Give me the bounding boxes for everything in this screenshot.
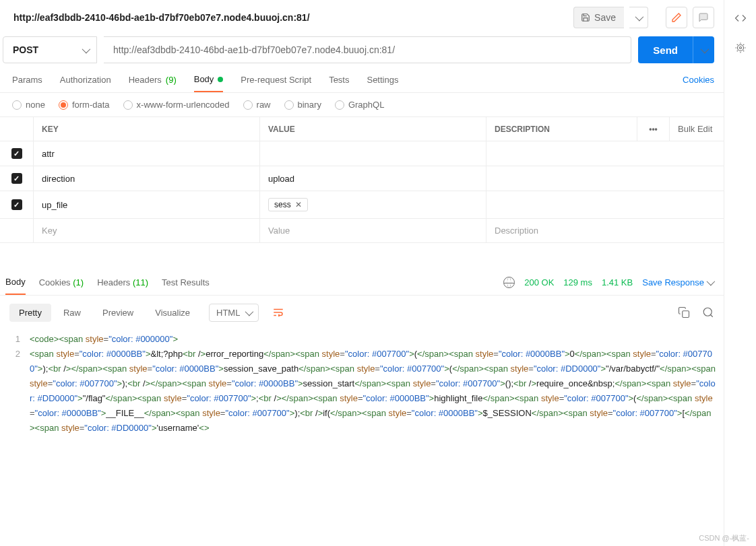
edit-button[interactable] (666, 7, 687, 28)
tab-body[interactable]: Body (194, 74, 224, 92)
resp-tab-body[interactable]: Body (5, 277, 26, 295)
response-body-code[interactable]: 1<code><span style="color: #000000">2<sp… (0, 329, 724, 438)
table-row: direction upload (0, 166, 724, 191)
row-checkbox[interactable] (11, 199, 22, 210)
tab-authorization[interactable]: Authorization (60, 75, 111, 92)
cell-desc[interactable] (486, 166, 724, 191)
table-row-new[interactable]: Key Value Description (0, 219, 724, 243)
cell-desc[interactable] (486, 141, 724, 166)
status-time: 129 ms (563, 277, 592, 287)
svg-rect-0 (683, 311, 689, 318)
cell-desc-ph[interactable]: Description (486, 219, 724, 242)
cookies-link[interactable]: Cookies (683, 75, 714, 92)
lang-select[interactable]: HTML (209, 304, 259, 322)
view-raw[interactable]: Raw (54, 304, 90, 322)
send-options-chevron[interactable] (693, 36, 714, 63)
cell-desc[interactable] (486, 191, 724, 218)
svg-line-2 (710, 314, 712, 316)
bulk-edit-link[interactable]: Bulk Edit (670, 117, 724, 141)
cell-value[interactable] (260, 141, 486, 166)
resp-tab-tests[interactable]: Test Results (162, 277, 210, 294)
tab-tests[interactable]: Tests (329, 75, 349, 92)
col-description: DESCRIPTION (486, 117, 637, 141)
row-checkbox[interactable] (11, 173, 22, 184)
search-icon[interactable] (702, 306, 714, 318)
svg-point-3 (737, 45, 743, 51)
svg-point-4 (739, 47, 741, 49)
resp-tab-cookies[interactable]: Cookies (1) (39, 277, 84, 294)
view-visualize[interactable]: Visualize (146, 304, 199, 322)
copy-icon[interactable] (678, 306, 690, 318)
tab-settings[interactable]: Settings (367, 75, 398, 92)
tab-headers[interactable]: Headers (9) (129, 75, 177, 92)
request-title: http://eaf3dbdb-2410-46bd-ae1b-d7bf70eb0… (13, 12, 568, 23)
form-data-grid: KEY VALUE DESCRIPTION ••• Bulk Edit attr… (0, 116, 724, 243)
status-size: 1.41 KB (602, 277, 633, 287)
save-response-link[interactable]: Save Response (642, 277, 713, 287)
col-value: VALUE (260, 117, 486, 141)
file-chip-label: sess (274, 200, 291, 209)
watermark: CSDN @-枫蓝- (699, 533, 749, 543)
bodytype-formdata[interactable]: form-data (59, 100, 110, 110)
cell-value-ph[interactable]: Value (260, 219, 486, 242)
row-checkbox[interactable] (11, 148, 22, 159)
col-options[interactable]: ••• (637, 117, 670, 141)
bodytype-raw[interactable]: raw (243, 100, 271, 110)
bodytype-binary[interactable]: binary (284, 100, 321, 110)
method-select[interactable]: POST (3, 36, 97, 63)
cell-key[interactable]: attr (34, 141, 260, 166)
cell-value[interactable]: upload (260, 166, 486, 191)
status-code: 200 OK (524, 277, 554, 287)
network-icon[interactable] (503, 277, 515, 288)
view-preview[interactable]: Preview (93, 304, 143, 322)
cell-key[interactable]: up_file (34, 191, 260, 218)
save-options-chevron[interactable] (629, 7, 648, 28)
view-pretty[interactable]: Pretty (9, 304, 51, 322)
tab-prerequest[interactable]: Pre-request Script (241, 75, 311, 92)
chevron-down-icon (82, 44, 88, 55)
send-button[interactable]: Send (638, 36, 693, 63)
file-remove-icon[interactable]: ✕ (295, 200, 302, 209)
comment-button[interactable] (693, 7, 714, 28)
resp-tab-headers[interactable]: Headers (11) (97, 277, 148, 294)
method-label: POST (13, 44, 38, 55)
body-changed-dot (218, 77, 223, 82)
table-row: up_file sess✕ (0, 191, 724, 219)
cell-key[interactable]: direction (34, 166, 260, 191)
cell-key-ph[interactable]: Key (34, 219, 260, 242)
table-row: attr (0, 141, 724, 166)
save-button[interactable]: Save (573, 7, 624, 28)
tab-params[interactable]: Params (12, 75, 42, 92)
save-label: Save (594, 12, 616, 23)
col-key: KEY (34, 117, 260, 141)
url-input[interactable]: http://eaf3dbdb-2410-46bd-ae1b-d7bf70eb0… (104, 36, 631, 63)
bodytype-xform[interactable]: x-www-form-urlencoded (123, 100, 230, 110)
bodytype-graphql[interactable]: GraphQL (335, 100, 384, 110)
svg-point-1 (703, 308, 712, 316)
sidepanel-info-icon[interactable] (734, 42, 747, 54)
wrap-lines-button[interactable] (268, 302, 288, 322)
bodytype-none[interactable]: none (12, 100, 45, 110)
cell-value[interactable]: sess✕ (260, 191, 486, 218)
sidepanel-code-icon[interactable] (734, 12, 747, 24)
